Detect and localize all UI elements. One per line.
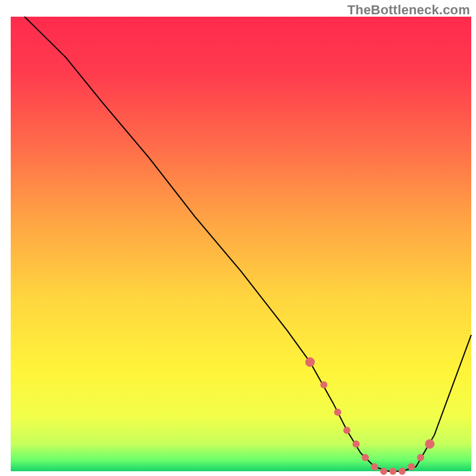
highlight-dot bbox=[399, 468, 406, 475]
highlight-dot bbox=[334, 409, 342, 416]
highlight-dot bbox=[408, 463, 415, 470]
highlight-dot bbox=[320, 381, 327, 389]
highlight-dot bbox=[380, 468, 387, 475]
highlight-dot bbox=[389, 468, 396, 475]
bottleneck-chart bbox=[0, 0, 476, 476]
watermark-text: TheBottleneck.com bbox=[347, 2, 470, 18]
highlight-dot bbox=[353, 440, 360, 447]
highlight-dot bbox=[343, 427, 350, 434]
highlight-dot bbox=[417, 454, 424, 461]
highlight-dot bbox=[371, 463, 378, 470]
gradient-background bbox=[11, 17, 471, 471]
highlight-dot bbox=[425, 439, 434, 449]
highlight-dot bbox=[362, 454, 369, 461]
highlight-dot bbox=[305, 358, 315, 367]
chart-stage: TheBottleneck.com bbox=[0, 0, 476, 476]
